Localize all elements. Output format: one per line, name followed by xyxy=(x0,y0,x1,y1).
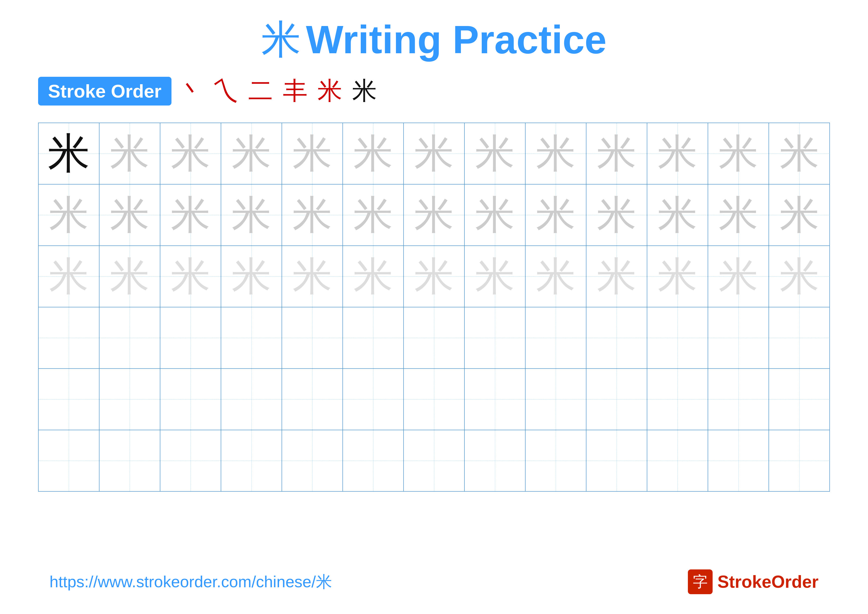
grid-cell-1-12[interactable]: 米 xyxy=(708,123,769,184)
grid-cell-4-6[interactable] xyxy=(343,307,404,368)
grid-cell-2-6[interactable]: 米 xyxy=(343,185,404,246)
grid-cell-1-9[interactable]: 米 xyxy=(525,123,586,184)
grid-cell-3-3[interactable]: 米 xyxy=(160,246,221,307)
char-ghost: 米 xyxy=(597,195,636,235)
grid-cell-6-13[interactable] xyxy=(769,430,830,491)
grid-cell-6-9[interactable] xyxy=(525,430,586,491)
char-solid: 米 xyxy=(48,132,90,175)
grid-cell-2-11[interactable]: 米 xyxy=(647,185,708,246)
grid-cell-1-5[interactable]: 米 xyxy=(282,123,343,184)
grid-cell-5-8[interactable] xyxy=(465,369,525,430)
grid-cell-1-2[interactable]: 米 xyxy=(99,123,160,184)
grid-cell-6-8[interactable] xyxy=(465,430,525,491)
grid-cell-1-8[interactable]: 米 xyxy=(465,123,525,184)
char-ghost: 米 xyxy=(110,195,149,235)
grid-cell-4-2[interactable] xyxy=(99,307,160,368)
grid-cell-3-13[interactable]: 米 xyxy=(769,246,830,307)
grid-cell-4-10[interactable] xyxy=(586,307,647,368)
grid-cell-5-7[interactable] xyxy=(404,369,465,430)
grid-cell-2-10[interactable]: 米 xyxy=(586,185,647,246)
char-light: 米 xyxy=(719,256,758,296)
grid-cell-5-12[interactable] xyxy=(708,369,769,430)
char-light: 米 xyxy=(475,256,515,296)
grid-cell-1-13[interactable]: 米 xyxy=(769,123,830,184)
grid-cell-2-13[interactable]: 米 xyxy=(769,185,830,246)
grid-cell-4-4[interactable] xyxy=(221,307,282,368)
char-ghost: 米 xyxy=(719,134,758,173)
grid-cell-5-2[interactable] xyxy=(99,369,160,430)
grid-row-6 xyxy=(39,430,829,491)
grid-cell-5-9[interactable] xyxy=(525,369,586,430)
char-ghost: 米 xyxy=(353,195,393,235)
grid-row-5 xyxy=(39,369,829,430)
char-ghost: 米 xyxy=(232,195,271,235)
grid-cell-4-13[interactable] xyxy=(769,307,830,368)
grid-cell-1-4[interactable]: 米 xyxy=(221,123,282,184)
grid-cell-5-5[interactable] xyxy=(282,369,343,430)
stroke-step-4: 丰 xyxy=(283,74,308,108)
grid-cell-6-1[interactable] xyxy=(39,430,99,491)
grid-cell-1-10[interactable]: 米 xyxy=(586,123,647,184)
grid-cell-6-5[interactable] xyxy=(282,430,343,491)
grid-cell-4-3[interactable] xyxy=(160,307,221,368)
grid-cell-5-6[interactable] xyxy=(343,369,404,430)
grid-cell-3-11[interactable]: 米 xyxy=(647,246,708,307)
grid-cell-2-12[interactable]: 米 xyxy=(708,185,769,246)
grid-cell-2-5[interactable]: 米 xyxy=(282,185,343,246)
grid-cell-5-1[interactable] xyxy=(39,369,99,430)
grid-cell-3-10[interactable]: 米 xyxy=(586,246,647,307)
grid-cell-5-13[interactable] xyxy=(769,369,830,430)
grid-cell-2-2[interactable]: 米 xyxy=(99,185,160,246)
grid-cell-4-5[interactable] xyxy=(282,307,343,368)
char-light: 米 xyxy=(232,256,271,296)
grid-cell-5-10[interactable] xyxy=(586,369,647,430)
grid-cell-6-4[interactable] xyxy=(221,430,282,491)
practice-grid[interactable]: 米 米 米 米 米 米 米 米 米 米 米 米 米 米 米 米 米 米 米 米 … xyxy=(38,123,830,492)
grid-cell-3-1[interactable]: 米 xyxy=(39,246,99,307)
footer-logo: 字 StrokeOrder xyxy=(688,569,818,594)
grid-cell-1-11[interactable]: 米 xyxy=(647,123,708,184)
grid-cell-4-11[interactable] xyxy=(647,307,708,368)
grid-cell-2-9[interactable]: 米 xyxy=(525,185,586,246)
grid-cell-3-7[interactable]: 米 xyxy=(404,246,465,307)
grid-cell-6-11[interactable] xyxy=(647,430,708,491)
grid-cell-6-6[interactable] xyxy=(343,430,404,491)
grid-row-3: 米 米 米 米 米 米 米 米 米 米 米 米 米 xyxy=(39,246,829,307)
grid-cell-3-5[interactable]: 米 xyxy=(282,246,343,307)
page: 米 Writing Practice Stroke Order 丶 乀 二 丰 … xyxy=(0,0,868,614)
grid-cell-1-6[interactable]: 米 xyxy=(343,123,404,184)
grid-cell-2-8[interactable]: 米 xyxy=(465,185,525,246)
char-light: 米 xyxy=(353,256,393,296)
title-area: 米 Writing Practice xyxy=(261,20,606,59)
grid-cell-4-9[interactable] xyxy=(525,307,586,368)
grid-cell-6-7[interactable] xyxy=(404,430,465,491)
grid-cell-1-7[interactable]: 米 xyxy=(404,123,465,184)
grid-cell-5-11[interactable] xyxy=(647,369,708,430)
grid-cell-1-1[interactable]: 米 xyxy=(39,123,99,184)
grid-cell-5-3[interactable] xyxy=(160,369,221,430)
grid-cell-6-3[interactable] xyxy=(160,430,221,491)
grid-cell-2-1[interactable]: 米 xyxy=(39,185,99,246)
grid-cell-3-2[interactable]: 米 xyxy=(99,246,160,307)
grid-cell-3-9[interactable]: 米 xyxy=(525,246,586,307)
grid-cell-3-8[interactable]: 米 xyxy=(465,246,525,307)
grid-cell-1-3[interactable]: 米 xyxy=(160,123,221,184)
grid-cell-4-12[interactable] xyxy=(708,307,769,368)
grid-cell-2-7[interactable]: 米 xyxy=(404,185,465,246)
grid-cell-3-12[interactable]: 米 xyxy=(708,246,769,307)
grid-cell-6-10[interactable] xyxy=(586,430,647,491)
grid-cell-4-8[interactable] xyxy=(465,307,525,368)
footer: https://www.strokeorder.com/chinese/米 字 … xyxy=(0,569,868,594)
grid-cell-2-4[interactable]: 米 xyxy=(221,185,282,246)
stroke-step-2: 乀 xyxy=(214,74,238,108)
grid-cell-4-1[interactable] xyxy=(39,307,99,368)
char-ghost: 米 xyxy=(658,195,697,235)
grid-cell-5-4[interactable] xyxy=(221,369,282,430)
grid-cell-4-7[interactable] xyxy=(404,307,465,368)
grid-cell-3-6[interactable]: 米 xyxy=(343,246,404,307)
grid-cell-3-4[interactable]: 米 xyxy=(221,246,282,307)
grid-cell-2-3[interactable]: 米 xyxy=(160,185,221,246)
grid-cell-6-12[interactable] xyxy=(708,430,769,491)
logo-text: StrokeOrder xyxy=(718,572,818,592)
grid-cell-6-2[interactable] xyxy=(99,430,160,491)
